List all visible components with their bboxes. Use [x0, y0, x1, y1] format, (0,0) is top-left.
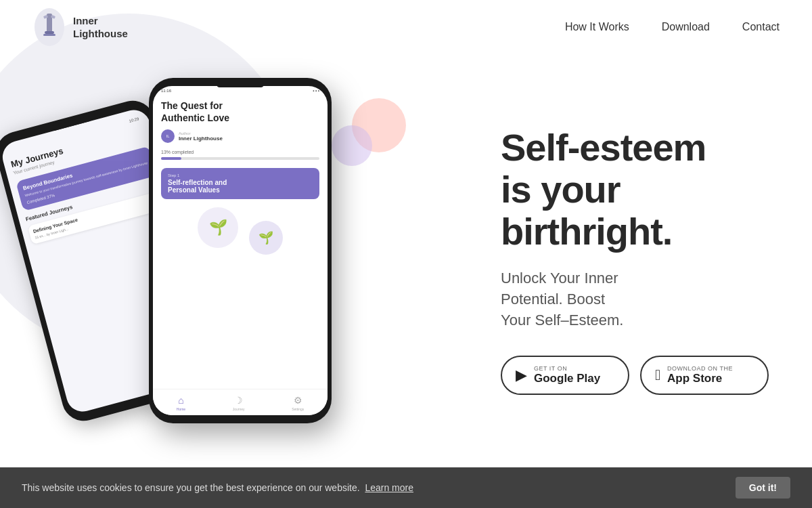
phone-nav-settings: ⚙ Settings	[292, 395, 304, 411]
progress-bar-fill	[161, 157, 181, 160]
illustrations: 🌱 🌱	[161, 207, 319, 255]
logo[interactable]: Inner Lighthouse	[32, 7, 128, 47]
illus-circle-1: 🌱	[198, 207, 238, 248]
phone-nav-home-label: Home	[177, 407, 185, 411]
navigation: Inner Lighthouse How It Works Download C…	[0, 0, 812, 54]
google-play-small: GET IT ON	[534, 365, 600, 372]
hero-headline: Self-esteem is your birthright.	[501, 127, 780, 252]
step-label: Step 1	[168, 173, 313, 177]
apple-icon: 	[655, 366, 660, 384]
google-play-icon: ▶	[516, 366, 527, 384]
progress-bar-bg	[161, 157, 319, 160]
illus-circle-2: 🌱	[249, 221, 283, 255]
author-avatar: IL	[161, 129, 175, 143]
status-time: 11:16	[161, 89, 171, 93]
cookie-banner: This website uses cookies to ensure you …	[0, 467, 812, 508]
nav-how-it-works[interactable]: How It Works	[565, 21, 629, 33]
phone-nav-journey: ☽ Journey	[233, 395, 245, 411]
status-icons: ▪ ▪ ▪	[313, 89, 319, 93]
settings-icon: ⚙	[294, 395, 302, 406]
step-title: Self-reflection and Personal Values	[168, 179, 313, 194]
author-row: IL Author Inner Lighthouse	[161, 129, 319, 143]
hero-subheadline: Unlock Your Inner Potential. Boost Your …	[501, 268, 780, 331]
phone-front: 11:16 ▪ ▪ ▪ The Quest for Authentic Love…	[149, 78, 332, 423]
nav-links: How It Works Download Contact	[565, 21, 780, 33]
phone-front-content: The Quest for Authentic Love IL Author I…	[153, 94, 328, 389]
blob-purple	[332, 125, 372, 166]
progress-label: 13% completed	[161, 150, 319, 154]
cookie-learn-more[interactable]: Learn more	[365, 482, 413, 493]
nav-contact[interactable]: Contact	[742, 21, 780, 33]
app-store-small: Download on the	[667, 365, 733, 372]
featured-card-meta: 15 ex... by Inner Ligh...	[35, 202, 161, 239]
google-play-button[interactable]: ▶ GET IT ON Google Play	[501, 356, 629, 395]
phone-front-notch	[217, 81, 264, 87]
cookie-got-it-button[interactable]: Got it!	[736, 477, 790, 499]
store-buttons: ▶ GET IT ON Google Play  Download on th…	[501, 356, 780, 395]
home-icon: ⌂	[178, 395, 183, 406]
phone-front-screen: 11:16 ▪ ▪ ▪ The Quest for Authentic Love…	[153, 86, 328, 415]
nav-download[interactable]: Download	[662, 21, 710, 33]
google-play-large: Google Play	[534, 372, 600, 385]
svg-rect-4	[45, 31, 54, 34]
step-card: Step 1 Self-reflection and Personal Valu…	[161, 168, 319, 199]
phone-nav-settings-label: Settings	[292, 407, 304, 411]
app-store-text: Download on the App Store	[667, 365, 733, 385]
logo-text: Inner Lighthouse	[73, 14, 128, 41]
cookie-message: This website uses cookies to ensure you …	[22, 482, 360, 493]
cookie-text: This website uses cookies to ensure you …	[22, 482, 413, 493]
phone-front-nav: ⌂ Home ☽ Journey ⚙ Settings	[153, 389, 328, 415]
app-store-large: App Store	[667, 372, 733, 385]
author-info: Author Inner Lighthouse	[179, 131, 223, 142]
journey-icon: ☽	[234, 395, 243, 406]
app-store-button[interactable]:  Download on the App Store	[640, 356, 769, 395]
quest-title: The Quest for Authentic Love	[161, 100, 319, 124]
google-play-text: GET IT ON Google Play	[534, 365, 600, 385]
svg-rect-5	[43, 34, 55, 36]
hero-text: Self-esteem is your birthright. Unlock Y…	[474, 127, 780, 394]
phone-nav-home: ⌂ Home	[177, 395, 185, 411]
phone-nav-journey-label: Journey	[233, 407, 245, 411]
hero-section: 10:29 My Journeys Your current journey B…	[0, 54, 812, 467]
author-name: Inner Lighthouse	[179, 135, 223, 142]
phones-mockup: 10:29 My Journeys Your current journey B…	[0, 71, 474, 450]
